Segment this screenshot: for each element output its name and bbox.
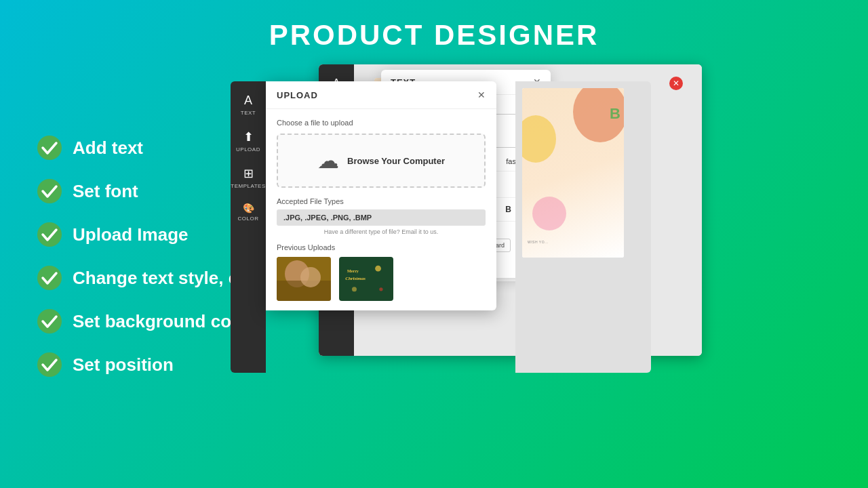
upload-sidebar-text-icon: A [244,94,252,108]
page-title: PRODUCT DESIGNER [0,0,868,52]
canvas-right-card: B WISH YO... [522,88,624,258]
upload-modal-wrapper: A TEXT ⬆ UPLOAD ⊞ TEMPLATES 🎨 COLOR UPLO… [231,81,570,373]
upload-sidebar-templates-icon: ⊞ [243,166,254,181]
upload-sidebar-text-label: TEXT [241,110,256,116]
feature-label-upload-image: Upload Image [73,224,188,245]
svg-point-13 [375,266,381,272]
check-icon-add-text [37,136,62,160]
upload-modal-header: UPLOAD ✕ [266,81,496,109]
cr-wish: WISH YO... [528,240,549,244]
upload-sidebar-upload[interactable]: ⬆ UPLOAD [231,124,266,158]
upload-choose-label: Choose a file to upload [277,119,486,127]
christmas-thumbnail-svg: Merry Christmas [339,260,393,298]
svg-point-1 [37,179,62,203]
cr-pink-decoration [532,197,566,230]
feature-label-set-font: Set font [73,181,138,202]
svg-point-2 [37,222,62,247]
upload-modal-close[interactable]: ✕ [477,89,486,100]
browse-computer-text: Browse Your Computer [347,156,445,166]
check-icon-set-font [37,179,62,203]
svg-point-15 [379,287,382,291]
svg-point-4 [37,309,62,333]
prev-upload-christmas[interactable]: Merry Christmas [339,257,393,301]
canvas-right: B WISH YO... [515,81,651,373]
cr-yellow-decoration [522,115,556,163]
upload-sidebar-color[interactable]: 🎨 COLOR [231,197,266,227]
upload-sidebar-color-icon: 🎨 [243,203,254,214]
feature-label-set-position: Set position [73,354,174,375]
svg-point-5 [37,352,62,377]
thumb-photo-content [277,257,331,301]
prev-upload-photo[interactable] [277,257,331,301]
svg-point-9 [300,267,321,287]
upload-cloud-icon: ☁ [317,148,339,174]
upload-modal-body: Choose a file to upload ☁ Browse Your Co… [266,109,496,310]
check-icon-upload-image [37,222,62,247]
accepted-types-title: Accepted File Types [277,197,486,205]
upload-sidebar-upload-icon: ⬆ [243,129,254,144]
accepted-types-value: .JPG, .JPEG, .PNG, .BMP [277,209,486,226]
check-icon-change-style [37,266,62,290]
feature-label-set-bg-color: Set background color [73,311,254,332]
thumb-christmas-content: Merry Christmas [339,257,393,301]
upload-sidebar: A TEXT ⬆ UPLOAD ⊞ TEMPLATES 🎨 COLOR [231,81,266,373]
accepted-note: Have a different type of file? Email it … [277,228,486,235]
upload-drop-zone[interactable]: ☁ Browse Your Computer [277,134,486,188]
cr-text-b: B [610,105,620,123]
upload-sidebar-templates-label: TEMPLATES [231,183,265,189]
prev-uploads-title: Previous Uploads [277,243,486,251]
check-icon-set-bg-color [37,309,62,333]
upload-modal-title: UPLOAD [277,90,318,100]
upload-sidebar-color-label: COLOR [238,216,259,222]
svg-point-14 [352,287,357,291]
svg-text:Christmas: Christmas [345,276,366,281]
canvas-right-bg: B WISH YO... [522,88,624,258]
svg-text:Merry: Merry [347,269,359,273]
upload-sidebar-templates[interactable]: ⊞ TEMPLATES [231,161,266,195]
prev-uploads-grid: Merry Christmas [277,257,486,301]
feature-label-add-text: Add text [73,138,143,159]
check-icon-set-position [37,352,62,377]
svg-point-0 [37,136,62,160]
svg-point-3 [37,266,62,290]
photo-thumbnail-svg [277,257,331,301]
upload-sidebar-text[interactable]: A TEXT [231,88,266,121]
card-delete-button[interactable]: ✕ [669,77,683,90]
upload-modal: UPLOAD ✕ Choose a file to upload ☁ Brows… [266,81,496,310]
upload-sidebar-upload-label: UPLOAD [236,146,260,152]
